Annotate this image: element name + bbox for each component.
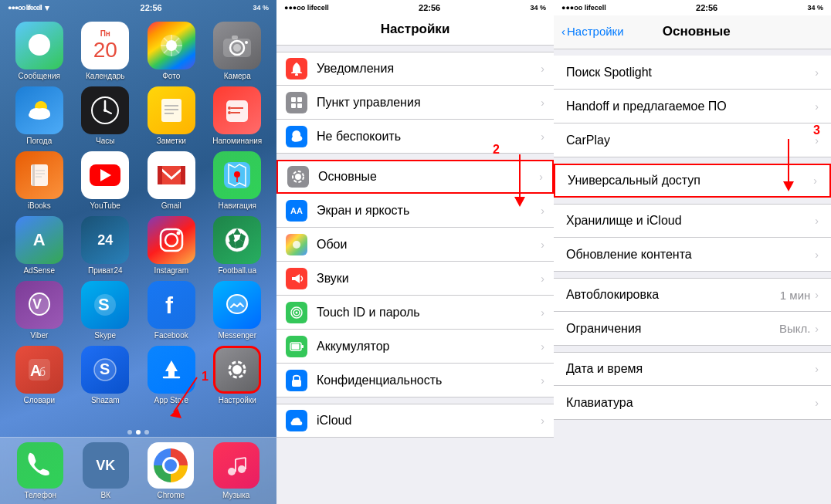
app-shazam[interactable]: S Shazam bbox=[74, 346, 137, 404]
svg-point-66 bbox=[238, 465, 246, 473]
app-adsense[interactable]: A AdSense bbox=[8, 216, 71, 275]
app-messages[interactable]: Сообщения bbox=[8, 22, 71, 80]
time: 22:56 bbox=[141, 3, 162, 12]
youtube-label: YouTube bbox=[90, 201, 120, 210]
slovari-icon: A б bbox=[15, 346, 63, 394]
svg-point-72 bbox=[295, 73, 298, 76]
settings-wallpaper[interactable]: Обои › bbox=[276, 228, 554, 262]
svg-rect-25 bbox=[226, 100, 248, 122]
app-clock[interactable]: Часы bbox=[74, 86, 137, 145]
item-restrictions[interactable]: Ограничения Выкл. › bbox=[554, 312, 831, 346]
settings-notifications[interactable]: Уведомления › bbox=[276, 52, 554, 86]
battery-chevron: › bbox=[541, 340, 544, 353]
svg-rect-21 bbox=[161, 99, 181, 122]
sounds-label: Звуки bbox=[317, 272, 541, 286]
photos-label: Фото bbox=[162, 72, 180, 80]
status-left: ●●●oo lifecell ▾ bbox=[8, 3, 49, 13]
settings-icloud[interactable]: iCloud › bbox=[276, 404, 554, 438]
settings-touchid[interactable]: Touch ID и пароль › bbox=[276, 296, 554, 330]
app-privat24[interactable]: 24 Приват24 bbox=[74, 216, 137, 275]
app-photos[interactable]: Фото bbox=[140, 22, 203, 80]
settings-list: Уведомления › Пункт управления › bbox=[276, 46, 554, 488]
app-gmail[interactable]: Gmail bbox=[140, 151, 203, 210]
dock-chrome[interactable]: Chrome bbox=[148, 442, 194, 499]
settings-control-center[interactable]: Пункт управления › bbox=[276, 86, 554, 120]
music-icon bbox=[213, 442, 259, 489]
app-instagram[interactable]: Instagram bbox=[140, 216, 203, 275]
spotlight-chevron: › bbox=[815, 66, 819, 79]
adsense-icon: A bbox=[15, 216, 63, 264]
carrier-3: ●●●oo lifecell bbox=[561, 4, 606, 12]
app-reminders[interactable]: Напоминания bbox=[206, 86, 270, 145]
svg-text:V: V bbox=[32, 296, 42, 312]
status-right: 34 % bbox=[253, 4, 269, 12]
app-viber[interactable]: V Viber bbox=[8, 281, 71, 340]
item-bgrefresh[interactable]: Обновление контента › bbox=[554, 238, 831, 272]
display-chevron: › bbox=[541, 205, 544, 217]
svg-point-40 bbox=[234, 171, 240, 178]
settings-dnd[interactable]: Не беспокоить › bbox=[276, 120, 554, 154]
wifi-icon: ▾ bbox=[45, 3, 49, 13]
item-spotlight[interactable]: Поиск Spotlight › bbox=[554, 56, 831, 90]
back-chevron: ‹ bbox=[561, 25, 565, 38]
datetime-chevron: › bbox=[815, 363, 819, 375]
app-notes[interactable]: Заметки bbox=[140, 86, 203, 145]
app-weather[interactable]: Погода bbox=[8, 86, 71, 145]
dock: Телефон VK ВК Chrome bbox=[0, 437, 276, 504]
app-youtube[interactable]: YouTube bbox=[74, 151, 137, 210]
svg-rect-74 bbox=[297, 97, 302, 102]
page-title: Основные bbox=[624, 24, 769, 39]
back-button[interactable]: ‹ Настройки bbox=[561, 25, 624, 38]
annotation-arrow-1: 1 bbox=[151, 374, 212, 423]
svg-point-10 bbox=[233, 44, 241, 52]
icloud-chevron: › bbox=[541, 414, 544, 427]
svg-rect-76 bbox=[297, 103, 302, 108]
notifications-icon bbox=[286, 58, 307, 79]
arrow-down-svg-3 bbox=[769, 139, 808, 193]
app-slovari[interactable]: A б Словари bbox=[8, 346, 71, 404]
control-center-icon bbox=[286, 92, 307, 113]
gmail-label: Gmail bbox=[161, 201, 181, 210]
general-section-5: Дата и время › Клавиатура › bbox=[554, 352, 831, 420]
app-skype[interactable]: S Skype bbox=[74, 281, 137, 340]
maps-label: Навигация bbox=[219, 201, 256, 210]
app-calendar[interactable]: Пн 20 Календарь bbox=[74, 22, 137, 80]
item-keyboard[interactable]: Клавиатура › bbox=[554, 386, 831, 420]
app-messenger[interactable]: Messenger bbox=[206, 281, 270, 340]
app-facebook[interactable]: f Facebook bbox=[140, 281, 203, 340]
item-datetime[interactable]: Дата и время › bbox=[554, 352, 831, 386]
calendar-weekday: Пн bbox=[100, 29, 110, 38]
item-storage[interactable]: Хранилище и iCloud › bbox=[554, 204, 831, 238]
music-label: Музыка bbox=[222, 491, 249, 499]
handoff-label: Handoff и предлагаемое ПО bbox=[566, 100, 815, 113]
annotation-num-1: 1 bbox=[202, 370, 209, 384]
time-2: 22:56 bbox=[419, 3, 440, 12]
autolock-value: 1 мин bbox=[780, 289, 811, 302]
dock-vk[interactable]: VK ВК bbox=[83, 442, 129, 499]
privat24-icon: 24 bbox=[81, 216, 129, 264]
dock-phone[interactable]: Телефон bbox=[17, 442, 63, 499]
item-handoff[interactable]: Handoff и предлагаемое ПО › bbox=[554, 90, 831, 123]
phone-icon bbox=[17, 442, 63, 489]
page-dot-2 bbox=[136, 430, 141, 435]
svg-point-65 bbox=[228, 468, 236, 475]
settings-sounds[interactable]: Звуки › bbox=[276, 262, 554, 296]
settings-privacy[interactable]: Конфиденциальность › bbox=[276, 364, 554, 397]
sounds-icon bbox=[286, 268, 307, 289]
phone3-general: ●●●oo lifecell 22:56 34 % ‹ Настройки Ос… bbox=[554, 0, 831, 504]
maps-icon bbox=[213, 151, 261, 199]
app-settings[interactable]: Настройки bbox=[206, 346, 270, 404]
app-ibooks[interactable]: iBooks bbox=[8, 151, 71, 210]
settings-battery[interactable]: Аккумулятор › bbox=[276, 330, 554, 364]
notes-icon bbox=[148, 86, 195, 134]
ibooks-icon bbox=[15, 151, 63, 199]
dock-music[interactable]: Музыка bbox=[213, 442, 259, 499]
svg-marker-80 bbox=[292, 274, 300, 283]
skype-icon: S bbox=[81, 281, 129, 329]
app-football[interactable]: Football.ua bbox=[206, 216, 270, 275]
svg-text:б: б bbox=[39, 366, 46, 378]
item-autolock[interactable]: Автоблокировка 1 мин › bbox=[554, 278, 831, 312]
app-camera[interactable]: Камера bbox=[206, 22, 270, 80]
app-maps[interactable]: Навигация bbox=[206, 151, 270, 210]
svg-point-44 bbox=[176, 232, 180, 235]
